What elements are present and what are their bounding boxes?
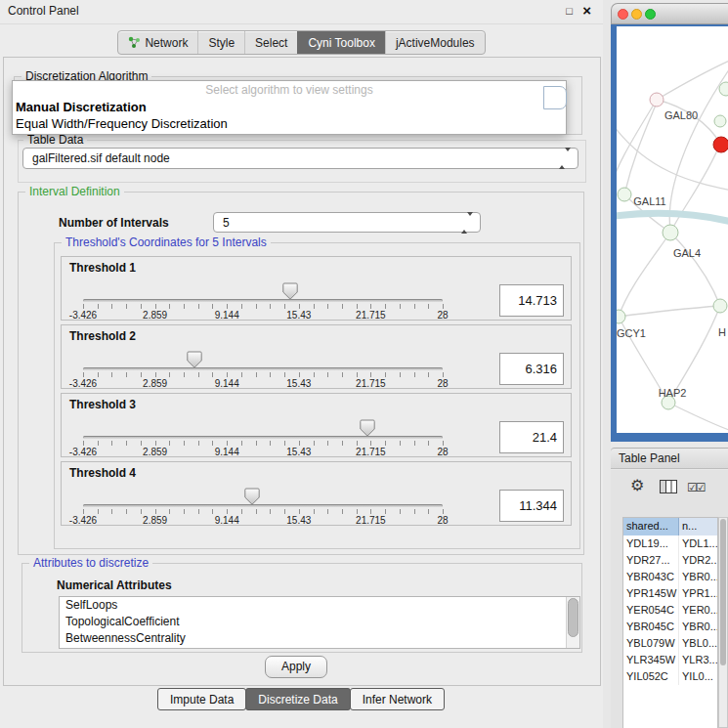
gear-icon[interactable]: ⚙ bbox=[630, 476, 644, 494]
list-item[interactable]: SelfLoops bbox=[60, 597, 579, 614]
cell-shared-name[interactable]: YPR145W bbox=[623, 585, 679, 602]
algorithm-combobox-fragment[interactable] bbox=[543, 86, 567, 109]
network-node[interactable] bbox=[617, 310, 625, 323]
tab-label: Network bbox=[145, 36, 188, 50]
network-window-titlebar[interactable] bbox=[611, 3, 728, 24]
tab-infer-network[interactable]: Infer Network bbox=[350, 688, 445, 710]
cell-shared-name[interactable]: YLR345W bbox=[623, 652, 679, 668]
slider-thumb[interactable] bbox=[360, 419, 375, 437]
close-traffic-light-icon[interactable] bbox=[618, 9, 628, 20]
table-row[interactable]: YBL079W YBL0... bbox=[623, 635, 717, 652]
network-node-selected[interactable] bbox=[713, 137, 728, 152]
threshold-slider[interactable]: -3.426 2.859 9.144 15.43 21.715 28 bbox=[83, 486, 443, 525]
cell-name[interactable]: YDL1... bbox=[679, 535, 717, 552]
table-row[interactable]: YDL19... YDL1... bbox=[623, 535, 717, 552]
cell-shared-name[interactable]: YDL19... bbox=[623, 535, 679, 552]
table-row[interactable]: YBR045C YBR0... bbox=[623, 619, 717, 635]
float-window-icon[interactable]: □ bbox=[566, 5, 573, 17]
slider-track[interactable] bbox=[83, 504, 443, 507]
slider-thumb[interactable] bbox=[282, 282, 298, 300]
list-item[interactable]: BetweennessCentrality bbox=[60, 630, 579, 647]
cell-name[interactable]: YPR1... bbox=[679, 585, 717, 602]
cell-name[interactable]: YLR3... bbox=[679, 652, 717, 668]
number-of-intervals-combobox[interactable]: 5 bbox=[213, 212, 481, 233]
select-columns-icon[interactable]: ☑☑ bbox=[687, 481, 705, 494]
cell-shared-name[interactable]: YIL052C bbox=[623, 668, 679, 685]
tab-select[interactable]: Select bbox=[244, 31, 297, 54]
list-scrollbar[interactable] bbox=[566, 597, 579, 648]
cell-name[interactable]: YBR0... bbox=[679, 619, 717, 635]
cell-shared-name[interactable]: YBR045C bbox=[623, 619, 679, 635]
table-row[interactable]: YIL052C YIL0... bbox=[623, 668, 717, 685]
tab-impute-data[interactable]: Impute Data bbox=[157, 688, 246, 710]
network-node[interactable] bbox=[713, 299, 727, 313]
column-header-shared-name[interactable]: shared... bbox=[623, 518, 679, 535]
table-data-combobox[interactable]: galFiltered.sif default node bbox=[22, 148, 578, 169]
network-node[interactable] bbox=[714, 115, 726, 127]
cell-shared-name[interactable]: YDR27... bbox=[623, 552, 679, 569]
table-row[interactable]: YLR345W YLR3... bbox=[623, 652, 717, 668]
table-row[interactable]: YER054C YER0... bbox=[623, 602, 717, 619]
cell-name[interactable]: YDR2... bbox=[679, 552, 717, 569]
slider-thumb[interactable] bbox=[244, 488, 260, 505]
apply-button[interactable]: Apply bbox=[265, 656, 327, 678]
scale-tick-label: 21.715 bbox=[356, 310, 386, 321]
thick-edge[interactable] bbox=[617, 213, 728, 222]
slider-track[interactable] bbox=[83, 436, 443, 439]
cell-name[interactable]: YIL0... bbox=[679, 668, 717, 685]
tab-jactivemodules[interactable]: jActiveModules bbox=[385, 31, 485, 54]
node-table[interactable]: shared... n... YDL19... YDL1... YDR27...… bbox=[622, 517, 718, 728]
cell-shared-name[interactable]: YBL079W bbox=[623, 635, 679, 652]
combobox-stepper-icon[interactable] bbox=[559, 151, 571, 165]
zoom-traffic-light-icon[interactable] bbox=[645, 9, 656, 20]
table-row[interactable]: YBR043C YBR0... bbox=[623, 569, 717, 585]
scale-tick-label: 28 bbox=[437, 447, 448, 457]
panel-splitter[interactable] bbox=[603, 0, 611, 728]
threshold-value-field[interactable]: 11.344 bbox=[499, 490, 564, 522]
close-icon[interactable]: × bbox=[582, 2, 591, 19]
tab-network[interactable]: Network bbox=[118, 31, 197, 54]
dropdown-option-equal-width[interactable]: Equal Width/Frequency Discretization bbox=[13, 115, 566, 132]
table-row[interactable]: YDR27... YDR2... bbox=[623, 552, 717, 569]
column-header-name[interactable]: n... bbox=[679, 518, 717, 535]
list-item[interactable]: TopologicalCoefficient bbox=[60, 614, 579, 630]
cell-name[interactable]: YBR0... bbox=[679, 569, 717, 585]
combobox-stepper-icon[interactable] bbox=[461, 216, 473, 230]
cell-name[interactable]: YER0... bbox=[679, 602, 717, 619]
network-canvas[interactable]: GAL80 GAL11 GAL4 GCY1 HAP2 H bbox=[617, 26, 728, 433]
slider-scale: -3.426 2.859 9.144 15.43 21.715 28 bbox=[83, 310, 443, 321]
threshold-slider[interactable]: -3.426 2.859 9.144 15.43 21.715 28 bbox=[83, 349, 443, 388]
network-node[interactable] bbox=[650, 93, 664, 107]
dropdown-option-manual[interactable]: Manual Discretization bbox=[13, 99, 566, 115]
numerical-attributes-list[interactable]: SelfLoops TopologicalCoefficient Between… bbox=[59, 596, 580, 649]
table-row[interactable]: YPR145W YPR1... bbox=[623, 585, 717, 602]
threshold-value-field[interactable]: 14.713 bbox=[499, 284, 564, 317]
tab-style[interactable]: Style bbox=[197, 31, 244, 54]
algorithm-dropdown-popup: Select algorithm to view settings Manual… bbox=[12, 80, 567, 135]
network-node[interactable] bbox=[719, 82, 728, 96]
table-panel-titlebar[interactable]: Table Panel bbox=[611, 448, 728, 469]
slider-ticks bbox=[83, 304, 444, 309]
threshold-slider[interactable]: -3.426 2.859 9.144 15.43 21.715 28 bbox=[83, 417, 443, 456]
slider-track[interactable] bbox=[83, 367, 443, 370]
network-graph[interactable]: GAL80 GAL11 GAL4 GCY1 HAP2 H bbox=[617, 26, 728, 433]
minimize-traffic-light-icon[interactable] bbox=[631, 9, 642, 20]
tab-cyni-toolbox[interactable]: Cyni Toolbox bbox=[297, 31, 384, 54]
scale-tick-label: -3.426 bbox=[69, 378, 97, 389]
threshold-value-field[interactable]: 21.4 bbox=[499, 421, 564, 453]
network-node[interactable] bbox=[663, 225, 678, 240]
cell-name[interactable]: YBL0... bbox=[679, 635, 717, 652]
scrollbar-thumb[interactable] bbox=[720, 519, 726, 665]
top-tabbar: Network Style Select Cyni Toolbox jActiv… bbox=[0, 30, 603, 55]
scrollbar-thumb[interactable] bbox=[568, 598, 578, 637]
threshold-value-field[interactable]: 6.316 bbox=[499, 353, 564, 385]
columns-icon[interactable] bbox=[660, 480, 677, 496]
cell-shared-name[interactable]: YBR043C bbox=[623, 569, 679, 585]
threshold-slider[interactable]: -3.426 2.859 9.144 15.43 21.715 28 bbox=[83, 280, 443, 320]
cell-shared-name[interactable]: YER054C bbox=[623, 602, 679, 619]
network-node[interactable] bbox=[618, 188, 631, 201]
table-scrollbar[interactable] bbox=[718, 517, 728, 728]
slider-thumb[interactable] bbox=[187, 351, 202, 368]
slider-track[interactable] bbox=[83, 299, 443, 302]
tab-discretize-data[interactable]: Discretize Data bbox=[245, 688, 350, 710]
